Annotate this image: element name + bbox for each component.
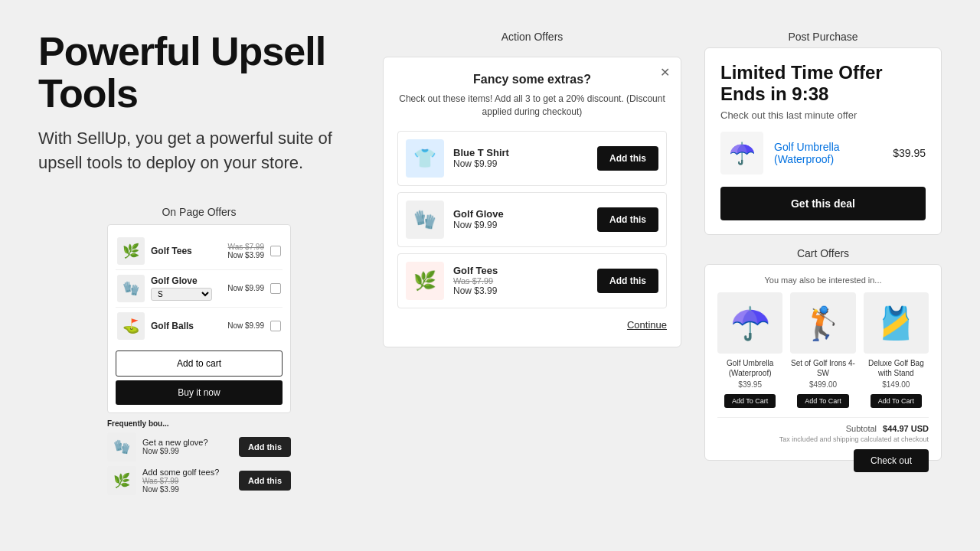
- golf-tees-pricing: Was $7.99 Now $3.99: [227, 243, 264, 259]
- golf-tees-now: Now $3.99: [227, 251, 264, 259]
- add-glove-button[interactable]: Add this: [239, 437, 291, 457]
- right-section: Post Purchase Limited Time Offer Ends in…: [704, 31, 942, 520]
- main-layout: Powerful Upsell Tools With SellUp, you g…: [0, 0, 980, 551]
- golf-tees-name: Golf Tees: [151, 246, 221, 256]
- freq-glove-icon: 🧤: [107, 432, 136, 461]
- action-offers-label: Action Offers: [383, 31, 681, 43]
- umbrella-icon: ☂️: [720, 132, 763, 174]
- cart-irons-icon: 🏌️: [790, 292, 855, 354]
- tshirt-price: Now $9.99: [453, 158, 588, 169]
- list-item: 🌿 Golf Tees Was $7.99 Now $3.99 Add this: [397, 253, 667, 308]
- golf-glove-now: Now $9.99: [227, 284, 264, 292]
- buy-now-button[interactable]: Buy it now: [116, 380, 283, 405]
- golf-tees-was: Was $7.99: [227, 243, 264, 251]
- modal-glove-price: Now $9.99: [453, 220, 588, 230]
- golf-balls-pricing: Now $9.99: [227, 321, 264, 330]
- cart-offers-area: Cart Offers You may also be interested i…: [704, 247, 942, 472]
- cart-bag-icon: 🎽: [864, 292, 929, 354]
- golf-glove-pricing: Now $9.99: [227, 284, 264, 292]
- golf-balls-checkbox[interactable]: [270, 321, 281, 331]
- cart-bag-name: Deluxe Golf Bag with Stand: [864, 358, 929, 378]
- golf-tees-info: Golf Tees: [151, 246, 221, 256]
- cart-umbrella-price: $39.95: [717, 380, 782, 389]
- subtotal-value: $44.97 USD: [883, 424, 929, 433]
- on-page-label: On Page Offers: [38, 206, 360, 218]
- hero-subtitle: With SellUp, you get a powerful suite of…: [38, 126, 360, 175]
- add-modal-tees-button[interactable]: Add this: [597, 269, 658, 293]
- table-row: 🧤 Golf Glove S M L Now $9.99: [116, 270, 283, 308]
- golf-glove-icon: 🧤: [117, 275, 145, 302]
- cart-add-umbrella-button[interactable]: Add To Cart: [724, 394, 776, 408]
- modal-tees-was: Was $7.99: [453, 276, 588, 285]
- cart-umbrella-icon: ☂️: [717, 292, 782, 354]
- modal-glove-info: Golf Glove Now $9.99: [453, 208, 588, 230]
- golf-glove-info: Golf Glove S M L: [151, 276, 221, 301]
- get-deal-button[interactable]: Get this deal: [720, 187, 926, 220]
- freq-tees-name: Add some golf tees?: [142, 468, 233, 477]
- modal-title: Fancy some extras?: [397, 73, 667, 86]
- freq-glove-price: Now $9.99: [142, 447, 233, 455]
- cart-irons-price: $499.00: [790, 380, 855, 389]
- modal-glove-name: Golf Glove: [453, 208, 588, 220]
- table-row: ⛳ Golf Balls Now $9.99: [116, 308, 283, 344]
- on-page-box: 🌿 Golf Tees Was $7.99 Now $3.99 🧤 Golf G…: [107, 224, 291, 413]
- list-item: 🧤 Get a new glove? Now $9.99 Add this: [107, 432, 291, 461]
- golf-balls-icon: ⛳: [117, 312, 145, 340]
- cart-product-bag: 🎽 Deluxe Golf Bag with Stand $149.00 Add…: [864, 292, 929, 408]
- golf-glove-select[interactable]: S M L: [151, 288, 212, 301]
- golf-balls-info: Golf Balls: [151, 321, 221, 331]
- freq-tees-icon: 🌿: [107, 466, 136, 495]
- cart-offers-label: Cart Offers: [704, 247, 942, 259]
- freq-tees-info: Add some golf tees? Was $7.99 Now $3.99: [142, 468, 233, 494]
- offer-product-price: $39.95: [893, 147, 926, 159]
- golf-tees-checkbox[interactable]: [270, 246, 281, 256]
- golf-glove-checkbox[interactable]: [270, 283, 281, 294]
- add-to-cart-button[interactable]: Add to cart: [116, 350, 283, 377]
- freq-tees-was: Was $7.99: [142, 477, 233, 485]
- on-page-section: On Page Offers 🌿 Golf Tees Was $7.99 Now…: [38, 206, 360, 500]
- offer-product-row: ☂️ Golf Umbrella (Waterproof) $39.95: [720, 132, 926, 174]
- modal-tees-icon: 🌿: [406, 262, 444, 300]
- checkout-button[interactable]: Check out: [854, 449, 929, 472]
- tshirt-info: Blue T Shirt Now $9.99: [453, 147, 588, 169]
- cart-add-bag-button[interactable]: Add To Cart: [871, 394, 922, 408]
- golf-glove-name: Golf Glove: [151, 276, 221, 286]
- offer-product-name[interactable]: Golf Umbrella (Waterproof): [774, 141, 882, 165]
- middle-section: Action Offers ✕ Fancy some extras? Check…: [383, 31, 681, 520]
- action-modal: ✕ Fancy some extras? Check out these ite…: [383, 57, 681, 347]
- freq-glove-name: Get a new glove?: [142, 438, 233, 447]
- list-item: 👕 Blue T Shirt Now $9.99 Add this: [397, 131, 667, 186]
- tshirt-name: Blue T Shirt: [453, 147, 588, 158]
- cart-may-interest: You may also be interested in...: [717, 276, 929, 285]
- cart-offers-box: You may also be interested in... ☂️ Golf…: [704, 264, 942, 461]
- add-tees-button[interactable]: Add this: [239, 471, 291, 491]
- cart-umbrella-name: Golf Umbrella (Waterproof): [717, 358, 782, 378]
- cart-product-umbrella: ☂️ Golf Umbrella (Waterproof) $39.95 Add…: [717, 292, 782, 408]
- golf-tees-icon: 🌿: [117, 237, 145, 265]
- cart-divider: [717, 417, 929, 418]
- cart-add-irons-button[interactable]: Add To Cart: [797, 394, 848, 408]
- cart-products-row: ☂️ Golf Umbrella (Waterproof) $39.95 Add…: [717, 292, 929, 408]
- freq-title: Frequently bou...: [107, 419, 291, 428]
- post-purchase-label: Post Purchase: [704, 31, 942, 43]
- freq-glove-info: Get a new glove? Now $9.99: [142, 438, 233, 455]
- offer-desc: Check out this last minute offer: [720, 109, 926, 121]
- modal-tees-now: Now $3.99: [453, 285, 588, 296]
- modal-glove-icon: 🧤: [406, 201, 444, 239]
- cart-product-irons: 🏌️ Set of Golf Irons 4-SW $499.00 Add To…: [790, 292, 855, 408]
- table-row: 🌿 Golf Tees Was $7.99 Now $3.99: [116, 233, 283, 270]
- golf-balls-now: Now $9.99: [227, 321, 264, 330]
- add-modal-glove-button[interactable]: Add this: [597, 207, 658, 232]
- add-tshirt-button[interactable]: Add this: [597, 146, 658, 171]
- tshirt-icon: 👕: [406, 139, 444, 178]
- cart-tax-note: Tax included and shipping calculated at …: [717, 435, 929, 443]
- modal-continue: Continue: [397, 318, 667, 331]
- offer-timer: Limited Time Offer Ends in 9:38: [720, 62, 926, 105]
- golf-balls-name: Golf Balls: [151, 321, 221, 331]
- close-icon[interactable]: ✕: [660, 65, 670, 80]
- post-purchase-area: Post Purchase Limited Time Offer Ends in…: [704, 31, 942, 235]
- frequently-bought-section: Frequently bou... 🧤 Get a new glove? Now…: [107, 419, 291, 495]
- continue-link[interactable]: Continue: [627, 319, 667, 331]
- action-offers-section: ✕ Fancy some extras? Check out these ite…: [383, 57, 681, 347]
- cart-irons-name: Set of Golf Irons 4-SW: [790, 358, 855, 378]
